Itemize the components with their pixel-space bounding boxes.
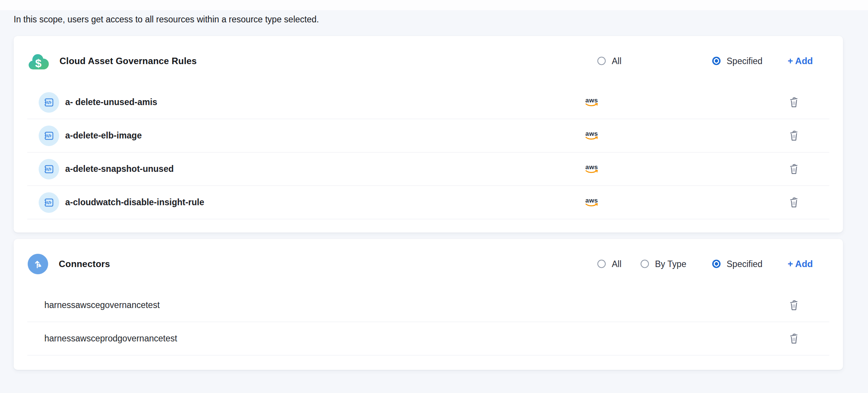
connector-row: harnessawsceprodgovernancetest	[27, 322, 829, 355]
governance-card-title: Cloud Asset Governance Rules	[60, 56, 197, 66]
governance-rule-icon	[39, 192, 59, 213]
governance-rules-list: a- delete-unused-amis a-delete-elb-image	[27, 86, 829, 219]
radio-label: All	[612, 259, 622, 269]
delete-rule-button[interactable]	[786, 95, 801, 110]
governance-rule-icon	[39, 126, 59, 146]
delete-connector-button[interactable]	[786, 298, 801, 313]
radio-selected-icon[interactable]	[712, 57, 721, 65]
connectors-card: Connectors All By Type Specified + Add h…	[14, 239, 843, 370]
connectors-scope-specified-radio[interactable]: Specified	[712, 259, 763, 269]
svg-text:$: $	[35, 57, 42, 69]
governance-scope-all-radio[interactable]: All	[597, 56, 622, 66]
governance-scope-specified-radio[interactable]: Specified	[712, 56, 763, 66]
cloud-dollar-icon: $	[28, 52, 49, 70]
delete-rule-button[interactable]	[786, 128, 801, 143]
aws-logo-icon	[584, 196, 599, 208]
connector-name: harnessawscegovernancetest	[44, 300, 160, 310]
governance-rule-icon	[39, 159, 59, 179]
connector-row: harnessawscegovernancetest	[27, 289, 829, 322]
rule-name: a- delete-unused-amis	[65, 97, 157, 107]
radio-label: All	[612, 56, 622, 66]
delete-rule-button[interactable]	[786, 162, 801, 177]
connectors-card-header: Connectors All By Type Specified + Add	[14, 239, 843, 289]
aws-logo-icon	[584, 163, 599, 175]
radio-unselected-icon[interactable]	[597, 57, 606, 65]
radio-label: By Type	[655, 259, 686, 269]
top-strip	[0, 0, 868, 10]
rule-row: a-delete-elb-image	[27, 119, 829, 152]
delete-connector-button[interactable]	[786, 331, 801, 346]
radio-unselected-icon[interactable]	[597, 260, 606, 268]
connector-name: harnessawsceprodgovernancetest	[44, 333, 177, 344]
rule-name: a-delete-elb-image	[65, 130, 142, 141]
rule-name: a-cloudwatch-disable-insight-rule	[65, 197, 204, 208]
radio-selected-icon[interactable]	[712, 260, 721, 268]
connectors-card-title: Connectors	[59, 259, 110, 269]
add-governance-rule-button[interactable]: + Add	[788, 56, 813, 66]
aws-logo-icon	[584, 130, 599, 141]
governance-rule-icon	[39, 92, 59, 113]
connectors-scope-all-radio[interactable]: All	[597, 259, 622, 269]
governance-rules-card: $ Cloud Asset Governance Rules All Speci…	[14, 36, 843, 233]
aws-logo-icon	[584, 96, 599, 108]
resource-scope-page: In this scope, users get access to all r…	[0, 14, 868, 370]
governance-card-header: $ Cloud Asset Governance Rules All Speci…	[14, 36, 843, 86]
scope-description: In this scope, users get access to all r…	[14, 14, 854, 25]
radio-label: Specified	[727, 56, 763, 66]
rule-row: a-delete-snapshot-unused	[27, 152, 829, 186]
radio-unselected-icon[interactable]	[641, 260, 649, 268]
connectors-scope-bytype-radio[interactable]: By Type	[641, 259, 686, 269]
add-connector-button[interactable]: + Add	[788, 259, 813, 269]
rule-row: a-cloudwatch-disable-insight-rule	[27, 186, 829, 219]
delete-rule-button[interactable]	[786, 195, 801, 210]
rule-name: a-delete-snapshot-unused	[65, 164, 174, 174]
radio-label: Specified	[727, 259, 763, 269]
branching-arrows-icon	[28, 254, 48, 274]
connectors-list: harnessawscegovernancetest harnessawscep…	[27, 289, 829, 355]
rule-row: a- delete-unused-amis	[27, 86, 829, 119]
